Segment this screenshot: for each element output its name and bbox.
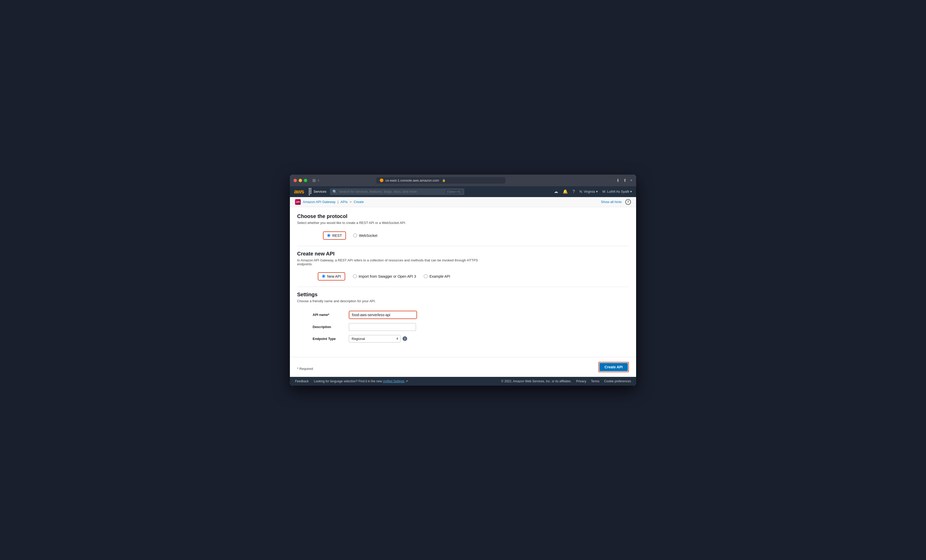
description-label: Description <box>313 325 349 329</box>
rest-radio-container[interactable]: REST <box>323 232 346 240</box>
import-radio-label[interactable]: Import from Swagger or Open API 3 <box>353 274 416 278</box>
back-btn[interactable]: ‹ <box>318 178 319 183</box>
url-text: us-east-1.console.aws.amazon.com <box>386 179 439 182</box>
share-icon[interactable]: ⬆ <box>623 178 626 183</box>
settings-section-title: Settings <box>297 292 629 298</box>
new-api-radio-container[interactable]: New API <box>318 272 345 280</box>
cloud-icon[interactable]: ☁ <box>554 189 558 194</box>
create-api-button[interactable]: Create API <box>599 363 628 371</box>
settings-description: Choose a friendly name and description f… <box>297 299 629 303</box>
services-menu-btn[interactable]: Services <box>309 188 327 195</box>
required-note: * Required <box>297 363 313 371</box>
service-name[interactable]: Amazon API Gateway <box>303 200 335 204</box>
feedback-btn[interactable]: Feedback <box>295 380 309 383</box>
apis-link[interactable]: APIs <box>340 200 348 204</box>
privacy-link[interactable]: Privacy <box>576 380 586 383</box>
endpoint-type-label: Endpoint Type <box>313 337 349 341</box>
rest-radio[interactable] <box>327 234 330 237</box>
new-tab-icon[interactable]: + <box>630 178 632 183</box>
endpoint-info-icon[interactable]: i <box>402 336 407 341</box>
lock-icon: 🔒 <box>442 179 446 182</box>
unified-settings-link[interactable]: Unified Settings <box>383 380 405 383</box>
endpoint-type-select[interactable]: Regional Edge Optimized Private <box>349 335 401 342</box>
help-icon[interactable]: ? <box>573 189 575 194</box>
window-layout-btn[interactable]: ⊞ <box>312 178 316 183</box>
websocket-label: WebSocket <box>359 233 377 238</box>
user-chevron: ▾ <box>630 189 632 194</box>
breadcrumb: API Amazon API Gateway | APIs > Create <box>295 199 364 205</box>
create-label: Create <box>354 200 364 204</box>
search-bar[interactable]: 🔍 [Option+S] <box>330 188 464 195</box>
protocol-section-title: Choose the protocol <box>297 213 629 219</box>
create-api-description: In Amazon API Gateway, a REST API refers… <box>297 258 478 266</box>
traffic-light-green[interactable] <box>304 179 307 182</box>
new-api-label[interactable]: New API <box>327 274 341 278</box>
address-bar[interactable]: us-east-1.console.aws.amazon.com 🔒 <box>376 177 505 184</box>
example-api-radio[interactable] <box>424 274 428 278</box>
websocket-radio-label[interactable]: WebSocket <box>353 233 377 238</box>
region-chevron: ▾ <box>596 189 598 194</box>
region-label: N. Virginia <box>580 189 595 194</box>
api-name-input-wrapper <box>349 311 417 319</box>
api-name-label: API name* <box>313 313 349 317</box>
api-name-input[interactable] <box>350 311 416 318</box>
protocol-section-description: Select whether you would like to create … <box>297 221 629 225</box>
user-label: M. Luthfi As Syafii <box>602 189 629 194</box>
search-shortcut: [Option+S] <box>446 190 462 194</box>
copyright-text: © 2022, Amazon Web Services, Inc. or its… <box>501 380 572 383</box>
aws-logo: aws <box>294 188 304 195</box>
show-hints-link[interactable]: Show all hints <box>601 200 622 204</box>
download-icon[interactable]: ⬇ <box>616 178 620 183</box>
language-msg: Looking for language selection? Find it … <box>314 380 408 383</box>
traffic-light-red[interactable] <box>294 179 297 182</box>
services-label: Services <box>314 189 327 194</box>
example-radio-label[interactable]: Example API <box>424 274 450 278</box>
search-input[interactable] <box>339 189 443 194</box>
import-api-radio[interactable] <box>353 274 357 278</box>
new-api-radio[interactable] <box>322 275 325 278</box>
breadcrumb-sep1: | <box>337 200 338 204</box>
user-menu-btn[interactable]: M. Luthfi As Syafii ▾ <box>602 189 632 194</box>
websocket-radio[interactable] <box>353 233 357 238</box>
rest-label[interactable]: REST <box>332 233 342 238</box>
description-input[interactable] <box>349 323 416 331</box>
external-link-icon: ↗ <box>406 380 408 383</box>
create-api-section-title: Create new API <box>297 251 629 257</box>
traffic-light-yellow[interactable] <box>299 179 302 182</box>
breadcrumb-sep2: > <box>350 200 352 204</box>
terms-link[interactable]: Terms <box>591 380 599 383</box>
region-selector[interactable]: N. Virginia ▾ <box>580 189 598 194</box>
api-gateway-icon: API <box>295 199 301 205</box>
help-circle-btn[interactable]: ? <box>625 199 631 205</box>
bell-icon[interactable]: 🔔 <box>563 189 568 194</box>
example-label: Example API <box>430 274 450 278</box>
endpoint-type-select-wrapper: Regional Edge Optimized Private ⬍ <box>349 335 401 342</box>
favicon <box>380 179 383 182</box>
cookie-preferences-link[interactable]: Cookie preferences <box>604 380 631 383</box>
import-label: Import from Swagger or Open API 3 <box>359 274 416 278</box>
